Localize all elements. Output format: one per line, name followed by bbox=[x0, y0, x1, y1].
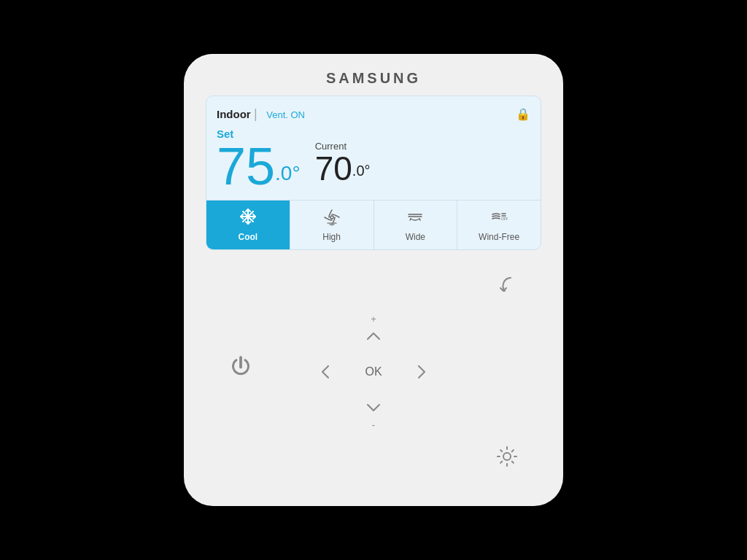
vent-status: Vent. ON bbox=[266, 109, 305, 120]
snowflake-icon bbox=[239, 208, 257, 230]
svg-point-12 bbox=[330, 216, 333, 219]
current-temp-decimal: .0° bbox=[352, 163, 371, 179]
swing-icon bbox=[406, 209, 424, 230]
device-shell: SAMSUNG Indoor | Vent. ON 🔒 Set 75.0° Cu… bbox=[184, 54, 563, 506]
mode-windfree[interactable]: OFF Wind-Free bbox=[457, 201, 541, 249]
display-screen: Indoor | Vent. ON 🔒 Set 75.0° Current 70… bbox=[206, 96, 541, 250]
mode-fan-label: High bbox=[322, 232, 341, 242]
brand-name: SAMSUNG bbox=[326, 70, 421, 87]
mode-cool[interactable]: Cool bbox=[206, 201, 290, 249]
mode-windfree-label: Wind-Free bbox=[479, 232, 519, 242]
set-temp-value: 75 bbox=[217, 137, 275, 195]
dpad-right-button[interactable] bbox=[411, 362, 432, 382]
header-divider: | bbox=[254, 106, 258, 121]
mode-bar: Cool High bbox=[206, 200, 541, 249]
svg-point-21 bbox=[503, 453, 511, 460]
minus-label: - bbox=[372, 419, 375, 430]
set-temp-decimal: .0° bbox=[275, 162, 301, 184]
current-temp-value: 70 bbox=[315, 149, 352, 187]
plus-label: + bbox=[371, 314, 376, 324]
power-button[interactable] bbox=[228, 354, 254, 382]
dpad-left-button[interactable] bbox=[315, 362, 336, 382]
dpad-down-button[interactable]: - bbox=[363, 397, 384, 430]
location-label: Indoor bbox=[217, 108, 251, 120]
svg-text:OFF: OFF bbox=[501, 217, 508, 221]
controls-area: + - bbox=[206, 250, 541, 486]
set-temp-display: 75.0° bbox=[217, 140, 301, 192]
current-temp-block: Current 70.0° bbox=[315, 141, 371, 185]
current-temp-display: 70.0° bbox=[315, 152, 371, 185]
ok-button[interactable]: OK bbox=[365, 365, 382, 378]
location-info: Indoor | Vent. ON bbox=[217, 106, 305, 122]
dpad-up-button[interactable]: + bbox=[363, 314, 384, 346]
settings-button[interactable] bbox=[495, 444, 519, 471]
lock-icon: 🔒 bbox=[516, 107, 530, 121]
windfree-icon: OFF bbox=[490, 209, 508, 230]
mode-swing[interactable]: Wide bbox=[374, 201, 458, 249]
mode-cool-label: Cool bbox=[239, 232, 258, 242]
mode-fan[interactable]: High bbox=[290, 201, 374, 249]
screen-header: Indoor | Vent. ON 🔒 bbox=[217, 106, 530, 122]
back-button[interactable] bbox=[496, 272, 519, 298]
mode-swing-label: Wide bbox=[406, 232, 425, 242]
fan-icon bbox=[323, 209, 341, 230]
temperature-section: Set 75.0° Current 70.0° bbox=[217, 128, 530, 192]
set-temp-block: Set 75.0° bbox=[217, 128, 301, 192]
dpad-container: + - bbox=[315, 314, 432, 430]
